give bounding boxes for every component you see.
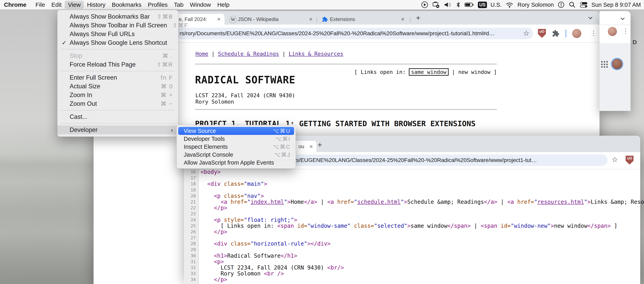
menubar-item-chrome[interactable]: Chrome: [4, 1, 30, 9]
url-text: /Users/rory/Documents/EUGENE%20LANG/Clas…: [242, 154, 602, 166]
chevron-down-icon[interactable]: [619, 16, 626, 23]
menu-item-label: Always Show Full URLs: [70, 31, 173, 38]
nav-link-schedule-readings[interactable]: Schedule & Readings: [218, 51, 279, 57]
view-menu-item-always-show-google-lens-shortcut[interactable]: ✓Always Show Google Lens Shortcut: [57, 39, 178, 47]
developer-menu-item-developer-tools[interactable]: Developer Tools⌥⌘I: [177, 135, 296, 143]
code-text: [198, 235, 200, 241]
same-window-option[interactable]: same window: [409, 68, 448, 76]
developer-menu-item-javascript-console[interactable]: JavaScript Console⌥⌘J: [177, 151, 296, 159]
ublock-origin-icon[interactable]: uO: [538, 29, 546, 38]
extensions-puzzle-icon[interactable]: [552, 30, 560, 38]
view-menu-item-enter-full-screen[interactable]: Enter Full Screenfn F: [57, 73, 178, 82]
menu-item-label: Zoom In: [70, 92, 155, 99]
line-number: 27: [184, 235, 198, 241]
menubar-item-edit[interactable]: Edit: [48, 1, 65, 9]
chrome-menu-icon[interactable]: ⋮: [590, 29, 597, 37]
developer-menu-item-inspect-elements[interactable]: Inspect Elements⌥⌘C: [177, 143, 296, 151]
play-circle-icon[interactable]: [421, 1, 428, 9]
tab-extensions[interactable]: Extensions×: [318, 14, 408, 25]
tab-close-icon[interactable]: ×: [217, 14, 220, 25]
menu-item-label: Always Show Bookmarks Bar: [70, 13, 151, 20]
alert-circle-icon[interactable]: [557, 1, 565, 9]
menubar-item-help[interactable]: Help: [214, 1, 232, 9]
omnibox[interactable]: rs/rory/Documents/EUGENE%20LANG/Classes/…: [176, 28, 533, 39]
view-menu-item-always-show-full-urls[interactable]: Always Show Full URLs: [57, 30, 178, 39]
menu-item-label: Enter Full Screen: [70, 74, 155, 81]
view-menu-item-developer[interactable]: Developer›: [57, 126, 178, 134]
menubar-clock[interactable]: Sun Sep 8 9:07 AM: [592, 2, 641, 8]
google-apps-icon[interactable]: [601, 61, 608, 68]
view-menu-item-always-show-toolbar-in-full-screen[interactable]: Always Show Toolbar in Full Screen⇧⌘F: [57, 21, 178, 30]
code-line: 24 <p style="float: right;">: [184, 217, 640, 223]
menu-item-shortcut: ⌘ 0: [161, 83, 173, 90]
chrome-menu-icon[interactable]: ⋮: [622, 27, 629, 35]
menu-item-shortcut: ⇧⌘R: [157, 61, 173, 68]
menu-item-shortcut: ⌘ .: [162, 53, 173, 59]
account-avatar[interactable]: [611, 58, 623, 70]
new-tab-button[interactable]: +: [318, 141, 322, 149]
nav-link-links-resources[interactable]: Links & Resources: [288, 51, 343, 57]
menu-item-shortcut: ⇧⌘B: [157, 13, 173, 20]
bookmark-star-icon[interactable]: ☆: [612, 155, 618, 164]
links-open-prefix: [ Links open in:: [354, 69, 406, 75]
menubar-item-view[interactable]: View: [65, 1, 84, 9]
developer-menu-item-allow-javascript-from-apple-events[interactable]: Allow JavaScript from Apple Events: [177, 159, 296, 167]
code-line: 29: [184, 247, 640, 253]
view-menu-item-always-show-bookmarks-bar[interactable]: Always Show Bookmarks Bar⇧⌘B: [57, 12, 178, 21]
tab-close-icon[interactable]: ×: [401, 14, 404, 25]
tab-close-icon[interactable]: ×: [309, 14, 312, 25]
line-number: 32: [184, 265, 198, 271]
instructor-name: Rory Solomon: [196, 99, 234, 105]
bluetooth-icon[interactable]: [456, 1, 461, 9]
wifi-icon[interactable]: [505, 1, 514, 9]
new-window-option[interactable]: new window: [458, 69, 490, 75]
ublock-origin-icon[interactable]: uO: [626, 156, 634, 165]
new-tab-button[interactable]: +: [416, 14, 420, 22]
menu-item-label: Developer Tools: [184, 136, 270, 142]
input-source-badge[interactable]: US: [478, 2, 487, 8]
menubar-item-tab[interactable]: Tab: [171, 1, 186, 9]
menu-item-shortcut: ⇧⌘F: [172, 22, 188, 29]
menubar-item-profiles[interactable]: Profiles: [144, 1, 171, 9]
battery-icon[interactable]: [464, 1, 474, 9]
checkmark-icon: ✓: [62, 40, 66, 46]
menubar-user-name[interactable]: Rory Solomon: [518, 2, 554, 8]
menubar-item-window[interactable]: Window: [187, 1, 214, 9]
menu-separator: [60, 49, 175, 50]
view-menu-item-cast-[interactable]: Cast...: [57, 113, 178, 121]
tab-close-icon[interactable]: ×: [309, 141, 313, 152]
url-text: rs/rory/Documents/EUGENE%20LANG/Classes/…: [180, 28, 512, 39]
device-add-icon[interactable]: [432, 1, 440, 9]
menu-item-shortcut: ⌘ −: [160, 100, 173, 107]
line-number: 17: [184, 175, 198, 181]
horizontal-rule: [196, 64, 497, 64]
code-line: 30 <h1>Radical Software</h1>: [184, 253, 640, 259]
tab-json-wikipedia[interactable]: WJSON - Wikipedia×: [226, 14, 316, 25]
view-menu-item-force-reload-this-page[interactable]: Force Reload This Page⇧⌘R: [57, 60, 178, 69]
view-menu-item-actual-size[interactable]: Actual Size⌘ 0: [57, 82, 178, 91]
profile-avatar[interactable]: [608, 27, 617, 36]
menu-item-shortcut: ⌘ +: [160, 92, 173, 98]
tab-search-chevron-icon[interactable]: [587, 15, 594, 22]
menubar-item-file[interactable]: File: [32, 1, 48, 9]
line-number: 21: [184, 199, 198, 205]
volume-icon[interactable]: [444, 1, 452, 9]
control-center-icon[interactable]: [580, 1, 588, 9]
view-menu-item-zoom-in[interactable]: Zoom In⌘ +: [57, 91, 178, 99]
developer-menu-item-view-source[interactable]: View Source⌥⌘U: [178, 127, 294, 135]
links-open-suffix: ]: [494, 69, 497, 75]
profile-avatar[interactable]: [572, 29, 581, 38]
code-text: [198, 175, 200, 181]
spotlight-search-icon[interactable]: [568, 1, 576, 9]
menubar-item-history[interactable]: History: [84, 1, 108, 9]
code-text: </p>: [198, 277, 227, 282]
line-number: 34: [184, 277, 198, 282]
menubar-item-bookmarks[interactable]: Bookmarks: [108, 1, 144, 9]
menu-separator: [60, 71, 175, 71]
view-menu-item-stop[interactable]: Stop⌘ .: [57, 52, 178, 60]
nav-link-home[interactable]: Home: [196, 51, 208, 57]
view-menu-item-zoom-out[interactable]: Zoom Out⌘ −: [57, 99, 178, 108]
code-text: Rory Solomon <br />: [198, 271, 284, 277]
extensions-favicon: [322, 17, 328, 23]
bookmark-star-icon[interactable]: ☆: [523, 29, 530, 38]
